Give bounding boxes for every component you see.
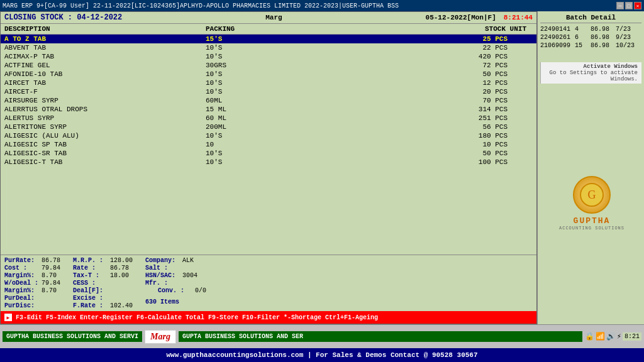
table-row[interactable]: AIRCET TAB 10'S 12 PCS [1,79,536,87]
mrp-row: M.R.P. : 128.00 [73,257,133,264]
mrp-value: 128.00 [110,257,133,264]
batch-rate: 86.98 [591,34,616,41]
detail-col-2: M.R.P. : 128.00 Rate : 86.78 Tax-T : 18.… [73,257,133,309]
row-packing: 60ML [206,97,319,104]
salt-label: Salt : [145,265,180,272]
row-desc: ALIGESIC-T TAB [4,158,206,166]
company-value: ALK [182,257,194,264]
right-panel: Batch Detail 22490141 4 86.98 7/23 22490… [537,11,644,324]
row-desc: ALETRITONE SYRP [4,123,206,131]
batch-rate: 86.98 [591,26,616,33]
f-rate-row: F.Rate : 102.40 [73,302,133,309]
batch-exp: 7/23 [616,26,635,33]
pur-deal-row: PurDeal: [4,295,60,302]
table-row[interactable]: AFONIDE-10 TAB 10'S 50 PCS [1,70,536,79]
details-panel: PurRate: 86.78 Cost : 79.84 Margin%: 8.7… [1,255,536,311]
row-desc: ACIMAX-P TAB [4,53,206,60]
table-area: A TO Z TAB 15'S 25 PCS ABVENT TAB 10'S 2… [1,35,536,255]
table-row[interactable]: ALIGESIC-T TAB 10'S 100 PCS [1,158,536,167]
table-row[interactable]: ALIGESIC-SR TAB 10'S 50 PCS [1,149,536,158]
table-row[interactable]: AIRCET-F 10'S 20 PCS [1,87,536,96]
tax-t-value: 18.00 [110,272,129,279]
minimize-button[interactable]: ─ [616,2,624,9]
table-row[interactable]: ABVENT TAB 10'S 22 PCS [1,43,536,52]
row-packing: 10'S [206,70,319,78]
row-desc: AFONIDE-10 TAB [4,70,206,78]
batch-exp: 9/23 [616,34,635,41]
batch-rate: 86.98 [591,42,616,49]
table-row[interactable]: A TO Z TAB 15'S 25 PCS [1,35,536,43]
items-count: 630 Items [145,299,179,305]
conv-value: 0/0 [195,287,206,294]
row-packing: 200ML [206,123,319,131]
row-desc: ALIGESIC-SR TAB [4,150,206,157]
row-stock: 10 PCS [319,141,533,148]
row-stock: 12 PCS [319,79,533,87]
batch-qty: 15 [575,42,591,49]
row-packing: 10'S [206,132,319,140]
row-desc: AIRCET TAB [4,79,206,87]
guptha-logo: G GUPTHA ACCOUNTING SOLUTIONS [545,176,639,231]
table-row[interactable]: ALERRTUS OTRAL DROPS 15 ML 314 PCS [1,105,536,114]
closing-stock-title: CLOSING STOCK : 04-12-2022 [4,13,122,22]
row-desc: ALERRTUS OTRAL DROPS [4,106,206,113]
cost-value: 79.84 [42,265,60,272]
table-row[interactable]: AIRSURGE SYRP 60ML 70 PCS [1,96,536,105]
hsn-label: HSN/SAC: [145,272,180,279]
tax-t-row: Tax-T : 18.00 [73,272,133,279]
system-icons: 🔒 📶 🔊 ⚡ 8:21 [585,332,641,341]
margin-pct-value: 8.70 [42,272,57,279]
table-row[interactable]: ALIGESIC (ALU ALU) 10'S 180 PCS [1,131,536,140]
svg-text:G: G [588,189,596,201]
table-row[interactable]: ACIMAX-P TAB 10'S 420 PCS [1,52,536,61]
row-desc: ALIGESIC (ALU ALU) [4,132,206,140]
cost-row: Cost : 79.84 [4,265,60,272]
pur-disc-row: PurDisc: [4,302,60,309]
activate-windows-text: Activate Windows [545,63,638,70]
close-button[interactable]: ✕ [634,2,641,9]
conv-row: Conv. : 0/0 [145,287,206,294]
table-row[interactable]: ALIGESIC SP TAB 10 10 PCS [1,140,536,149]
row-stock: 72 PCS [319,62,533,69]
guptha-circle: G [573,176,611,214]
salt-row: Salt : [145,265,206,272]
table-row[interactable]: ALERTUS SYRP 60 ML 251 PCS [1,114,536,123]
row-desc: ACTFINE GEL [4,62,206,69]
batch-id: 21069099 [540,42,575,49]
guptha-subtitle: ACCOUNTING SOLUTIONS [545,226,639,231]
erp-panel: CLOSING STOCK : 04-12-2022 Marg 05-12-20… [0,11,537,324]
f-rate-label: F.Rate : [73,302,108,309]
maximize-button[interactable]: □ [625,2,633,9]
column-headers: DESCRIPTION PACKING STOCK UNIT [1,24,536,35]
batch-row: 22490261 6 86.98 9/23 [540,33,641,41]
batch-title: Batch Detail [540,14,641,23]
pur-disc-label: PurDisc: [4,302,39,309]
row-stock: 56 PCS [319,123,533,131]
row-stock: 251 PCS [319,114,533,122]
cost-label: Cost : [4,265,39,272]
row-packing: 10'S [206,79,319,87]
batch-row: 21069099 15 86.98 10/23 [540,41,641,50]
stock-unit-header: STOCK UNIT [319,25,533,33]
table-row[interactable]: ALETRITONE SYRP 200ML 56 PCS [1,123,536,131]
f-rate-value: 102.40 [110,302,133,309]
row-packing: 15'S [206,35,319,43]
excise-row: Excise : [73,295,133,302]
batch-row: 22490141 4 86.98 7/23 [540,25,641,33]
batch-id: 22490261 [540,34,575,41]
row-desc: AIRSURGE SYRP [4,97,206,104]
row-stock: 314 PCS [319,106,533,113]
table-row[interactable]: ACTFINE GEL 30GRS 72 PCS [1,61,536,70]
row-packing: 15 ML [206,106,319,113]
play-icon: ▶ [4,314,12,321]
detail-col-3: Company: ALK Salt : HSN/SAC: 3004 Mfr. :… [145,257,206,309]
main-container: CLOSING STOCK : 04-12-2022 Marg 05-12-20… [0,11,644,324]
rate-value: 86.78 [110,265,129,272]
cess-label: CESS : [73,280,108,287]
window-controls[interactable]: ─ □ ✕ [616,2,641,9]
row-stock: 50 PCS [319,150,533,157]
guptha-name: GUPTHA [545,216,639,226]
pur-rate-value: 86.78 [42,257,60,264]
margin2-value: 8.70 [42,287,57,294]
status-bar: ▶ F3-Edit F5-Index Enter-Register F6-Cal… [1,311,536,324]
